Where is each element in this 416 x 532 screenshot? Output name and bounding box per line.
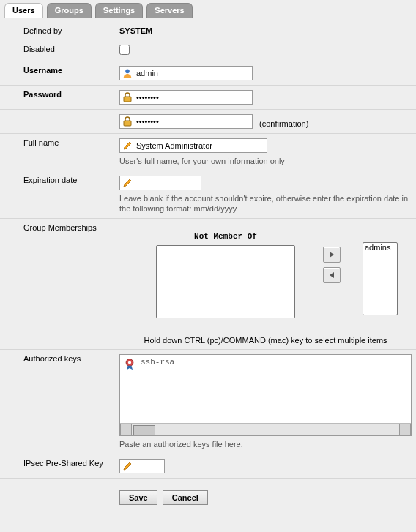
- disabled-checkbox[interactable]: [119, 45, 130, 55]
- password-confirm-hint: (confirmation): [259, 119, 308, 128]
- label-full-name: Full name: [0, 133, 114, 171]
- scroll-thumb[interactable]: [133, 425, 155, 435]
- lock-icon: [122, 116, 133, 127]
- scroll-left-button[interactable]: [120, 424, 132, 435]
- label-authorized-keys: Authorized keys: [0, 349, 114, 454]
- full-name-input[interactable]: [135, 139, 264, 152]
- username-input[interactable]: [135, 67, 249, 80]
- scroll-right-button[interactable]: [399, 424, 411, 435]
- tab-bar: Users Groups Settings Servers: [0, 0, 416, 18]
- svg-point-4: [128, 361, 131, 364]
- move-left-button[interactable]: [323, 267, 341, 283]
- arrow-left-icon: [327, 270, 337, 280]
- cancel-button[interactable]: Cancel: [163, 490, 208, 505]
- not-member-select[interactable]: [156, 245, 295, 318]
- move-right-button[interactable]: [323, 247, 341, 263]
- ipsec-psk-input[interactable]: [135, 460, 161, 473]
- password-confirm-input[interactable]: [135, 115, 249, 128]
- expiration-hint: Leave blank if the account shouldn't exp…: [119, 193, 412, 214]
- tab-servers[interactable]: Servers: [146, 3, 192, 18]
- pencil-icon: [122, 460, 133, 472]
- tab-settings[interactable]: Settings: [95, 3, 143, 18]
- horizontal-scrollbar[interactable]: [120, 423, 411, 435]
- svg-point-0: [125, 70, 130, 74]
- save-button[interactable]: Save: [119, 490, 157, 505]
- expiration-input[interactable]: [135, 176, 198, 190]
- label-disabled: Disabled: [0, 40, 114, 61]
- label-expiration: Expiration date: [0, 171, 114, 218]
- value-defined-by: SYSTEM: [119, 26, 152, 35]
- user-icon: [122, 67, 133, 79]
- pencil-icon: [122, 140, 133, 151]
- authorized-keys-textarea[interactable]: ssh-rsa: [119, 354, 412, 436]
- certificate-icon: [123, 358, 136, 372]
- ctrl-hint: Hold down CTRL (pc)/COMMAND (mac) key to…: [119, 336, 412, 345]
- tab-users[interactable]: Users: [4, 3, 43, 18]
- pencil-icon: [122, 177, 133, 189]
- not-member-of-title: Not Member Of: [156, 232, 295, 241]
- svg-rect-1: [124, 97, 131, 102]
- arrow-right-icon: [327, 250, 337, 260]
- password-input[interactable]: [135, 91, 249, 104]
- label-username: Username: [0, 61, 114, 85]
- svg-rect-2: [124, 121, 131, 126]
- authorized-keys-value: ssh-rsa: [141, 358, 174, 367]
- full-name-hint: User's full name, for your own informati…: [119, 156, 412, 166]
- lock-icon: [122, 91, 133, 103]
- member-option-admins[interactable]: admins: [363, 243, 397, 253]
- label-password: Password: [0, 85, 114, 109]
- label-defined-by: Defined by: [0, 22, 114, 40]
- member-select[interactable]: admins: [363, 242, 398, 315]
- authorized-keys-hint: Paste an authorized keys file here.: [119, 439, 412, 449]
- tab-groups[interactable]: Groups: [47, 3, 92, 18]
- label-group-memberships: Group Memberships: [0, 218, 114, 349]
- label-ipsec-psk: IPsec Pre-Shared Key: [0, 454, 114, 478]
